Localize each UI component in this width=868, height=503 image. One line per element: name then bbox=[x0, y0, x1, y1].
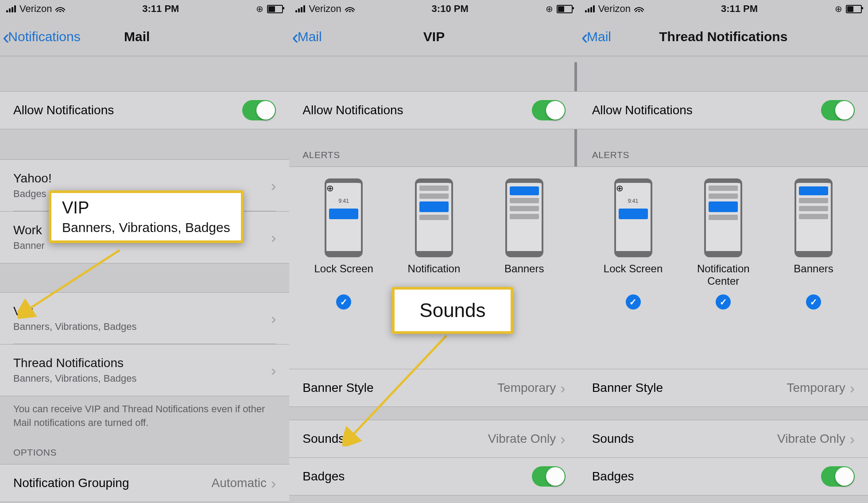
callout-subtitle: Banners, Vibrations, Badges bbox=[62, 220, 230, 235]
cell-badges: Badges bbox=[289, 458, 578, 495]
alert-opt-label: Lock Screen bbox=[314, 263, 373, 289]
cell-alert-styles: 9:41 Lock Screen ✓ Notification Center ✓ bbox=[579, 166, 868, 369]
vip-subtitle: Banners, Vibrations, Badges bbox=[13, 321, 136, 333]
callout-title: Sounds bbox=[419, 299, 485, 321]
cell-alert-styles: 9:41 Lock Screen ✓ Notification Banners bbox=[289, 166, 578, 369]
toggle-allow-notifications[interactable] bbox=[242, 100, 276, 120]
sounds-value: Vibrate Only bbox=[777, 432, 845, 446]
banner-style-label: Banner Style bbox=[302, 381, 373, 395]
nav-bar: ‹ Mail Thread Notifications bbox=[579, 18, 868, 56]
section-header-alerts: ALERTS bbox=[579, 150, 868, 166]
toggle-allow-notifications[interactable] bbox=[532, 100, 566, 120]
alert-opt-label: Notification Center bbox=[686, 263, 761, 289]
signal-bars-icon bbox=[295, 5, 305, 12]
checkmark-icon: ✓ bbox=[626, 294, 641, 310]
wifi-icon bbox=[634, 3, 644, 15]
badges-label: Badges bbox=[592, 469, 634, 484]
badges-label: Badges bbox=[302, 469, 345, 484]
banners-preview-icon bbox=[505, 178, 543, 257]
footer-note: You can receive VIP and Thread Notificat… bbox=[0, 396, 289, 430]
notification-center-preview-icon bbox=[704, 178, 742, 257]
orientation-lock-icon bbox=[546, 3, 553, 15]
sounds-label: Sounds bbox=[592, 432, 634, 446]
chevron-right-icon: › bbox=[850, 430, 855, 448]
sounds-value: Vibrate Only bbox=[488, 432, 556, 446]
cell-allow-notifications: Allow Notifications bbox=[579, 91, 868, 129]
checkmark-icon: ✓ bbox=[336, 294, 351, 310]
cell-thread-notifications[interactable]: Thread Notifications Banners, Vibrations… bbox=[0, 344, 289, 396]
callout-title: VIP bbox=[62, 198, 230, 217]
back-button[interactable]: ‹ Mail bbox=[581, 29, 611, 44]
checkmark-icon: ✓ bbox=[806, 294, 821, 310]
banner-style-label: Banner Style bbox=[592, 381, 663, 395]
status-bar: Verizon 3:11 PM bbox=[579, 0, 868, 18]
signal-bars-icon bbox=[6, 5, 16, 12]
screen-vip-settings: Verizon 3:10 PM ‹ Mail VIP Allow Notific… bbox=[289, 0, 578, 503]
cell-sounds[interactable]: Sounds Vibrate Only › bbox=[579, 420, 868, 458]
account-subtitle: Banner bbox=[13, 240, 45, 252]
alert-opt-lock-screen[interactable]: 9:41 Lock Screen ✓ bbox=[306, 178, 381, 310]
alert-opt-banners[interactable]: Banners ✓ bbox=[776, 178, 851, 310]
banners-preview-icon bbox=[794, 178, 833, 257]
battery-icon bbox=[557, 5, 573, 13]
toggle-badges[interactable] bbox=[532, 466, 566, 487]
wifi-icon bbox=[345, 3, 355, 15]
checkmark-icon: ✓ bbox=[716, 294, 731, 310]
banner-style-value: Temporary bbox=[497, 381, 556, 395]
status-time: 3:10 PM bbox=[432, 3, 469, 15]
banner-style-value: Temporary bbox=[787, 381, 845, 395]
sounds-label: Sounds bbox=[302, 432, 345, 446]
threads-subtitle: Banners, Vibrations, Badges bbox=[13, 373, 136, 384]
alert-opt-label: Banners bbox=[794, 263, 833, 289]
cell-sounds[interactable]: Sounds Vibrate Only › bbox=[289, 420, 578, 458]
cell-notification-grouping[interactable]: Notification Grouping Automatic › bbox=[0, 464, 289, 502]
allow-label: Allow Notifications bbox=[302, 103, 403, 117]
nav-title: VIP bbox=[289, 29, 578, 44]
allow-label: Allow Notifications bbox=[13, 103, 114, 117]
battery-icon bbox=[846, 5, 862, 13]
screen-thread-notifications: Verizon 3:11 PM ‹ Mail Thread Notificati… bbox=[579, 0, 868, 503]
section-header-options: OPTIONS bbox=[0, 447, 289, 464]
back-button[interactable]: ‹ Mail bbox=[292, 29, 322, 44]
chevron-right-icon: › bbox=[560, 430, 565, 448]
alert-opt-label: Lock Screen bbox=[604, 263, 663, 289]
carrier-label: Verizon bbox=[19, 3, 52, 15]
notification-center-preview-icon bbox=[415, 178, 453, 257]
nav-title: Mail bbox=[124, 29, 289, 44]
wifi-icon bbox=[55, 3, 65, 15]
cell-banner-style[interactable]: Banner Style Temporary › bbox=[579, 369, 868, 407]
chevron-right-icon: › bbox=[271, 177, 276, 194]
back-label: Mail bbox=[298, 29, 322, 44]
cell-badges: Badges bbox=[579, 458, 868, 495]
status-bar: Verizon 3:11 PM bbox=[0, 0, 289, 18]
alert-opt-lock-screen[interactable]: 9:41 Lock Screen ✓ bbox=[596, 178, 671, 310]
cell-allow-notifications: Allow Notifications bbox=[289, 91, 578, 129]
section-header-alerts: ALERTS bbox=[289, 150, 578, 166]
nav-bar: ‹ Mail VIP bbox=[289, 18, 578, 56]
vip-title: VIP bbox=[13, 304, 136, 318]
toggle-badges[interactable] bbox=[821, 466, 855, 487]
back-label: Notifications bbox=[8, 29, 80, 44]
toggle-allow-notifications[interactable] bbox=[821, 100, 855, 120]
lockscreen-preview-icon: 9:41 bbox=[325, 178, 363, 257]
alert-opt-label: Banners bbox=[504, 263, 544, 289]
cell-banner-style[interactable]: Banner Style Temporary › bbox=[289, 369, 578, 407]
threads-title: Thread Notifications bbox=[13, 356, 136, 370]
alert-opt-label: Notification bbox=[408, 263, 461, 289]
callout-sounds: Sounds bbox=[392, 287, 513, 334]
callout-vip: VIP Banners, Vibrations, Badges bbox=[49, 190, 244, 243]
carrier-label: Verizon bbox=[309, 3, 341, 15]
signal-bars-icon bbox=[585, 5, 595, 12]
cell-vip[interactable]: VIP Banners, Vibrations, Badges › bbox=[0, 292, 289, 344]
grouping-value: Automatic bbox=[212, 476, 267, 490]
chevron-right-icon: › bbox=[271, 362, 276, 379]
grouping-label: Notification Grouping bbox=[13, 476, 129, 490]
lockscreen-preview-icon: 9:41 bbox=[614, 178, 652, 257]
back-button[interactable]: ‹ Notifications bbox=[3, 29, 81, 44]
nav-bar: ‹ Notifications Mail bbox=[0, 18, 289, 56]
chevron-right-icon: › bbox=[271, 310, 276, 327]
orientation-lock-icon bbox=[256, 3, 264, 15]
orientation-lock-icon bbox=[835, 3, 842, 15]
account-subtitle: Badges bbox=[13, 188, 52, 200]
alert-opt-notification-center[interactable]: Notification Center ✓ bbox=[686, 178, 761, 310]
